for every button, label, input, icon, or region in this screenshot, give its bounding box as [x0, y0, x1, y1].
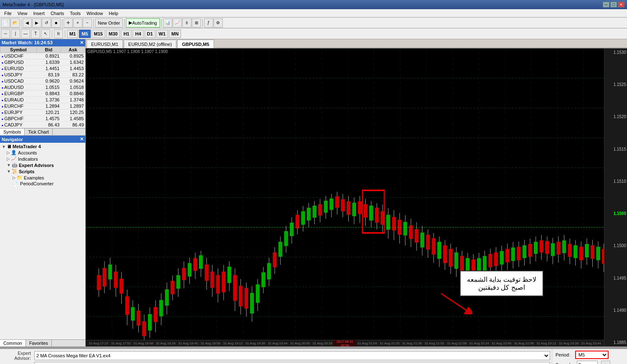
nav-period-converter[interactable]: 📄 PeriodConverter — [1, 181, 84, 187]
chart-tab-eurusd-m2[interactable]: EURUSD,M2 (offline) — [124, 40, 176, 48]
time-6: 31 Aug 18:56 — [199, 341, 222, 345]
nav-scripts[interactable]: ▼ 📜 Scripts — [1, 168, 84, 174]
market-watch-row[interactable]: ●AUDUSD 1.0515 1.0518 — [0, 84, 85, 91]
line-tool[interactable]: ─ — [1, 29, 10, 38]
svg-rect-134 — [443, 246, 446, 263]
bullet-icon: ● — [2, 92, 4, 96]
period-select[interactable]: M5 M1 M15 M30 H1 H4 D1 — [575, 351, 609, 359]
tab-common[interactable]: Common — [0, 340, 26, 346]
market-watch-title: Market Watch: 16:24:53 — [2, 40, 53, 46]
minimize-button[interactable]: ─ — [603, 2, 609, 8]
svg-rect-44 — [188, 263, 191, 276]
period-d1[interactable]: D1 — [145, 30, 155, 38]
ask-cell: 86.49 — [61, 122, 85, 128]
symbol-cell: ●USDCHF — [0, 53, 37, 59]
navigator-close[interactable]: ✕ — [80, 136, 84, 142]
chart-btn1[interactable]: 📊 — [163, 18, 172, 28]
new-chart-button[interactable]: 📄 — [1, 18, 10, 28]
svg-rect-108 — [370, 206, 373, 220]
market-watch-row[interactable]: ●CADJPY 86.43 86.49 — [0, 122, 85, 128]
menu-insert[interactable]: Insert — [31, 10, 47, 16]
tab-symbols[interactable]: Symbols — [0, 129, 25, 135]
open-button[interactable]: 📂 — [10, 18, 20, 28]
back-button[interactable]: ◀ — [23, 18, 32, 28]
time-17: 31 Aug 22:08 — [446, 341, 468, 345]
market-watch-row[interactable]: ●EURGBP 0.8843 0.8846 — [0, 91, 85, 97]
spread-input[interactable] — [577, 361, 598, 364]
arrow-tool[interactable]: ↖ — [41, 29, 50, 38]
ask-cell: 1.0518 — [61, 84, 85, 91]
symbol-cell: ●EURJPY — [0, 109, 37, 116]
chart-main[interactable]: GBPUSD,M5 1.1907 1.1908 1.1907 1.1908 — [86, 48, 627, 346]
period-m15[interactable]: M15 — [92, 30, 105, 38]
left-panel: Market Watch: 16:24:53 ✕ Symbol Bid Ask … — [0, 39, 86, 346]
settings-button[interactable]: ⚙ — [214, 18, 223, 28]
tab-favorites[interactable]: Favorites — [26, 340, 52, 346]
bid-cell: 120.21 — [36, 109, 61, 116]
price-1525: 1.1525 — [605, 82, 626, 87]
period-mn[interactable]: MN — [169, 30, 181, 38]
chart-info: GBPUSD,M5 1.1907 1.1908 1.1907 1.1908 — [87, 49, 168, 54]
period-w1[interactable]: W1 — [156, 30, 168, 38]
vline-tool[interactable]: | — [11, 29, 20, 38]
zoom-in-button[interactable]: + — [73, 18, 82, 28]
refresh-button[interactable]: ↺ — [42, 18, 51, 28]
hline-tool[interactable]: — — [21, 29, 30, 38]
market-watch-row[interactable]: ●USDCHF 0.8921 0.8925 — [0, 53, 85, 59]
svg-rect-106 — [364, 205, 367, 217]
indicator-button[interactable]: ƒ — [204, 18, 213, 28]
chart-btn3[interactable]: 🕯 — [182, 18, 191, 28]
market-watch-row[interactable]: ●EURCHF 1.2894 1.2897 — [0, 103, 85, 109]
stop-button[interactable]: ■ — [51, 18, 61, 28]
forward-button[interactable]: ▶ — [32, 18, 41, 28]
nav-examples[interactable]: ▷ 📁 Examples — [1, 174, 84, 181]
nav-expert-advisors[interactable]: ▼ 🤖 Expert Advisors — [1, 162, 84, 168]
text-tool[interactable]: T — [31, 29, 40, 38]
period-h1[interactable]: H1 — [121, 30, 132, 38]
chart-btn2[interactable]: 📈 — [173, 18, 182, 28]
new-order-button[interactable]: New Order — [95, 18, 123, 28]
market-watch-row[interactable]: ●USDCAD 0.9620 0.9624 — [0, 78, 85, 84]
svg-rect-150 — [489, 254, 492, 267]
svg-rect-12 — [97, 276, 100, 290]
tab-tick-chart[interactable]: Tick Chart — [25, 129, 53, 135]
period-m30[interactable]: M30 — [106, 30, 120, 38]
maximize-button[interactable]: □ — [610, 2, 617, 8]
crosshair-button[interactable]: ✛ — [64, 18, 73, 28]
chart-tab-eurusd-m1[interactable]: EURUSD,M1 — [87, 40, 123, 48]
copy-tool[interactable]: ⎘ — [54, 29, 63, 38]
main-content: Market Watch: 16:24:53 ✕ Symbol Bid Ask … — [0, 39, 627, 346]
nav-accounts[interactable]: ▷ 👤 Accounts — [1, 149, 84, 156]
zoom-out-button[interactable]: − — [83, 18, 92, 28]
menu-help[interactable]: Help — [106, 10, 121, 16]
menu-charts[interactable]: Charts — [48, 10, 66, 16]
symbol-cell: ●CADJPY — [0, 122, 37, 128]
market-watch-row[interactable]: ●USDJPY 83.19 83.22 — [0, 72, 85, 78]
ea-select[interactable]: 2 MA Crosses Mega filter EA V1.ex4 — [34, 351, 550, 360]
menu-window[interactable]: Window — [84, 10, 105, 16]
close-button[interactable]: ✕ — [618, 2, 624, 8]
period-h4[interactable]: H4 — [133, 30, 143, 38]
nav-metatrader4[interactable]: ▼ 🖥 MetaTrader 4 — [1, 144, 84, 149]
chart-tab-gbpusd-m5[interactable]: GBPUSD,M5 — [177, 40, 214, 48]
autotrading-button[interactable]: ▶ AutoTrading — [126, 18, 160, 28]
menu-view[interactable]: View — [15, 10, 30, 16]
period-m1[interactable]: M1 — [67, 30, 78, 38]
symbol-select[interactable]: GBPUSD, Great Britain Pound vs US Dollar — [34, 362, 550, 364]
nav-indicators[interactable]: ▷ 📈 Indicators — [1, 156, 84, 162]
market-watch-row[interactable]: ●EURJPY 120.21 120.25 — [0, 109, 85, 116]
svg-rect-164 — [528, 244, 532, 256]
market-watch-row[interactable]: ●GBPCHF 1.4575 1.4585 — [0, 116, 85, 122]
bid-cell: 1.6339 — [36, 59, 61, 66]
spread-picker[interactable]: ▼ — [601, 361, 610, 364]
ea-row: Expert Advisor: 2 MA Crosses Mega filter… — [2, 351, 550, 361]
market-watch-row[interactable]: ●EURUSD 1.4451 1.4453 — [0, 66, 85, 72]
market-watch-row[interactable]: ●GBPUSD 1.6339 1.6342 — [0, 59, 85, 66]
svg-rect-158 — [511, 248, 515, 261]
menu-tools[interactable]: Tools — [67, 10, 83, 16]
chart-btn4[interactable]: ⊞ — [192, 18, 201, 28]
menu-file[interactable]: File — [2, 10, 14, 16]
period-m5[interactable]: M5 — [79, 30, 90, 38]
market-watch-row[interactable]: ●EURAUD 1.3736 1.3748 — [0, 97, 85, 103]
market-watch-close[interactable]: ✕ — [80, 40, 84, 46]
